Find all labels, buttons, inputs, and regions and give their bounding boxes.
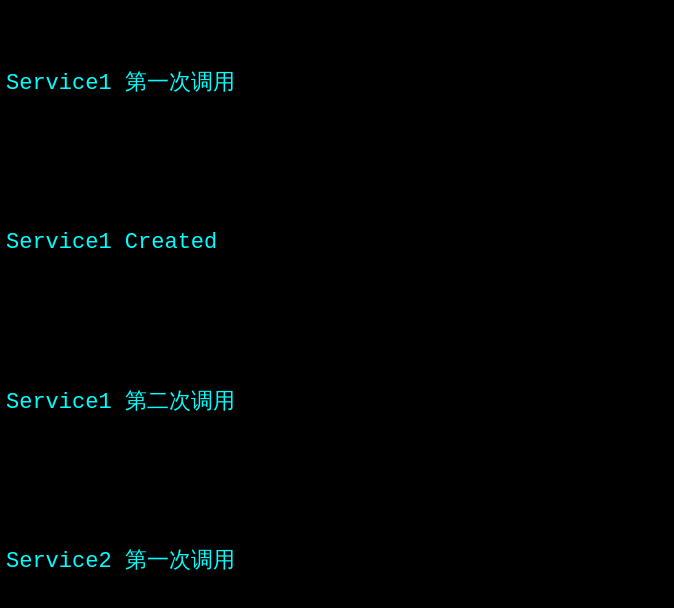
output-line-3: Service1 第二次调用 bbox=[6, 387, 668, 419]
terminal-window: Service1 第一次调用 Service1 Created Service1… bbox=[0, 0, 674, 608]
output-line-2: Service1 Created bbox=[6, 227, 668, 259]
output-line-4: Service2 第一次调用 bbox=[6, 546, 668, 578]
output-line-1: Service1 第一次调用 bbox=[6, 68, 668, 100]
